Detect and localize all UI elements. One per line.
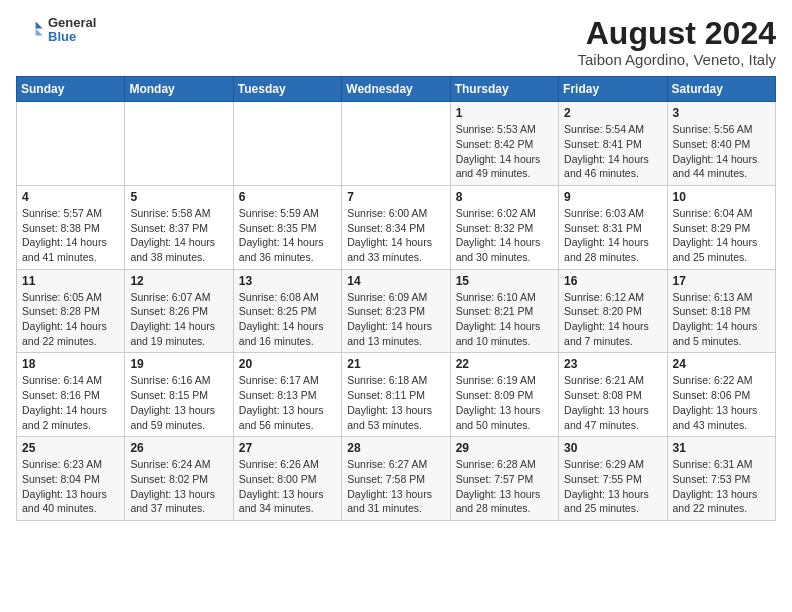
day-number: 18: [22, 357, 119, 371]
day-info: Sunrise: 6:04 AM Sunset: 8:29 PM Dayligh…: [673, 206, 770, 265]
header-cell-saturday: Saturday: [667, 77, 775, 102]
day-info: Sunrise: 6:08 AM Sunset: 8:25 PM Dayligh…: [239, 290, 336, 349]
day-info: Sunrise: 6:21 AM Sunset: 8:08 PM Dayligh…: [564, 373, 661, 432]
day-cell: 29Sunrise: 6:28 AM Sunset: 7:57 PM Dayli…: [450, 437, 558, 521]
day-info: Sunrise: 6:10 AM Sunset: 8:21 PM Dayligh…: [456, 290, 553, 349]
day-info: Sunrise: 6:18 AM Sunset: 8:11 PM Dayligh…: [347, 373, 444, 432]
day-info: Sunrise: 6:12 AM Sunset: 8:20 PM Dayligh…: [564, 290, 661, 349]
logo-line1: General: [48, 16, 96, 30]
calendar-body: 1Sunrise: 5:53 AM Sunset: 8:42 PM Daylig…: [17, 102, 776, 521]
header-cell-monday: Monday: [125, 77, 233, 102]
day-cell: 26Sunrise: 6:24 AM Sunset: 8:02 PM Dayli…: [125, 437, 233, 521]
header-row: SundayMondayTuesdayWednesdayThursdayFrid…: [17, 77, 776, 102]
day-cell: [17, 102, 125, 186]
day-cell: [233, 102, 341, 186]
day-cell: 4Sunrise: 5:57 AM Sunset: 8:38 PM Daylig…: [17, 185, 125, 269]
day-info: Sunrise: 6:16 AM Sunset: 8:15 PM Dayligh…: [130, 373, 227, 432]
day-info: Sunrise: 6:23 AM Sunset: 8:04 PM Dayligh…: [22, 457, 119, 516]
day-info: Sunrise: 5:53 AM Sunset: 8:42 PM Dayligh…: [456, 122, 553, 181]
day-cell: 7Sunrise: 6:00 AM Sunset: 8:34 PM Daylig…: [342, 185, 450, 269]
day-number: 7: [347, 190, 444, 204]
week-row-5: 25Sunrise: 6:23 AM Sunset: 8:04 PM Dayli…: [17, 437, 776, 521]
day-cell: 20Sunrise: 6:17 AM Sunset: 8:13 PM Dayli…: [233, 353, 341, 437]
day-number: 4: [22, 190, 119, 204]
day-number: 31: [673, 441, 770, 455]
page-title: August 2024: [578, 16, 776, 51]
day-info: Sunrise: 6:17 AM Sunset: 8:13 PM Dayligh…: [239, 373, 336, 432]
day-info: Sunrise: 6:14 AM Sunset: 8:16 PM Dayligh…: [22, 373, 119, 432]
day-cell: 11Sunrise: 6:05 AM Sunset: 8:28 PM Dayli…: [17, 269, 125, 353]
day-info: Sunrise: 6:28 AM Sunset: 7:57 PM Dayligh…: [456, 457, 553, 516]
day-cell: 13Sunrise: 6:08 AM Sunset: 8:25 PM Dayli…: [233, 269, 341, 353]
day-info: Sunrise: 5:59 AM Sunset: 8:35 PM Dayligh…: [239, 206, 336, 265]
day-cell: 19Sunrise: 6:16 AM Sunset: 8:15 PM Dayli…: [125, 353, 233, 437]
day-number: 23: [564, 357, 661, 371]
day-number: 16: [564, 274, 661, 288]
day-info: Sunrise: 6:13 AM Sunset: 8:18 PM Dayligh…: [673, 290, 770, 349]
day-number: 25: [22, 441, 119, 455]
svg-rect-0: [16, 16, 44, 44]
week-row-3: 11Sunrise: 6:05 AM Sunset: 8:28 PM Dayli…: [17, 269, 776, 353]
day-cell: 6Sunrise: 5:59 AM Sunset: 8:35 PM Daylig…: [233, 185, 341, 269]
day-number: 11: [22, 274, 119, 288]
header-cell-tuesday: Tuesday: [233, 77, 341, 102]
day-number: 6: [239, 190, 336, 204]
day-cell: 2Sunrise: 5:54 AM Sunset: 8:41 PM Daylig…: [559, 102, 667, 186]
day-number: 3: [673, 106, 770, 120]
day-info: Sunrise: 5:54 AM Sunset: 8:41 PM Dayligh…: [564, 122, 661, 181]
day-cell: 23Sunrise: 6:21 AM Sunset: 8:08 PM Dayli…: [559, 353, 667, 437]
day-number: 29: [456, 441, 553, 455]
week-row-4: 18Sunrise: 6:14 AM Sunset: 8:16 PM Dayli…: [17, 353, 776, 437]
day-cell: 8Sunrise: 6:02 AM Sunset: 8:32 PM Daylig…: [450, 185, 558, 269]
logo-icon: [16, 16, 44, 44]
day-info: Sunrise: 6:02 AM Sunset: 8:32 PM Dayligh…: [456, 206, 553, 265]
day-number: 13: [239, 274, 336, 288]
page-header: General Blue August 2024 Taibon Agordino…: [16, 16, 776, 68]
day-number: 5: [130, 190, 227, 204]
day-cell: 1Sunrise: 5:53 AM Sunset: 8:42 PM Daylig…: [450, 102, 558, 186]
day-number: 28: [347, 441, 444, 455]
day-number: 27: [239, 441, 336, 455]
header-cell-friday: Friday: [559, 77, 667, 102]
day-cell: 31Sunrise: 6:31 AM Sunset: 7:53 PM Dayli…: [667, 437, 775, 521]
day-cell: 27Sunrise: 6:26 AM Sunset: 8:00 PM Dayli…: [233, 437, 341, 521]
day-info: Sunrise: 6:27 AM Sunset: 7:58 PM Dayligh…: [347, 457, 444, 516]
day-number: 9: [564, 190, 661, 204]
day-cell: 24Sunrise: 6:22 AM Sunset: 8:06 PM Dayli…: [667, 353, 775, 437]
day-number: 24: [673, 357, 770, 371]
day-cell: 22Sunrise: 6:19 AM Sunset: 8:09 PM Dayli…: [450, 353, 558, 437]
day-info: Sunrise: 5:56 AM Sunset: 8:40 PM Dayligh…: [673, 122, 770, 181]
day-cell: 15Sunrise: 6:10 AM Sunset: 8:21 PM Dayli…: [450, 269, 558, 353]
day-number: 10: [673, 190, 770, 204]
day-number: 19: [130, 357, 227, 371]
day-cell: 18Sunrise: 6:14 AM Sunset: 8:16 PM Dayli…: [17, 353, 125, 437]
week-row-1: 1Sunrise: 5:53 AM Sunset: 8:42 PM Daylig…: [17, 102, 776, 186]
day-info: Sunrise: 5:57 AM Sunset: 8:38 PM Dayligh…: [22, 206, 119, 265]
day-info: Sunrise: 6:22 AM Sunset: 8:06 PM Dayligh…: [673, 373, 770, 432]
page-subtitle: Taibon Agordino, Veneto, Italy: [578, 51, 776, 68]
header-cell-sunday: Sunday: [17, 77, 125, 102]
day-number: 1: [456, 106, 553, 120]
day-info: Sunrise: 6:05 AM Sunset: 8:28 PM Dayligh…: [22, 290, 119, 349]
day-number: 22: [456, 357, 553, 371]
day-number: 21: [347, 357, 444, 371]
day-number: 2: [564, 106, 661, 120]
day-number: 14: [347, 274, 444, 288]
logo-line2: Blue: [48, 30, 96, 44]
day-info: Sunrise: 6:00 AM Sunset: 8:34 PM Dayligh…: [347, 206, 444, 265]
day-cell: 16Sunrise: 6:12 AM Sunset: 8:20 PM Dayli…: [559, 269, 667, 353]
day-info: Sunrise: 6:19 AM Sunset: 8:09 PM Dayligh…: [456, 373, 553, 432]
day-cell: 14Sunrise: 6:09 AM Sunset: 8:23 PM Dayli…: [342, 269, 450, 353]
day-info: Sunrise: 5:58 AM Sunset: 8:37 PM Dayligh…: [130, 206, 227, 265]
day-info: Sunrise: 6:24 AM Sunset: 8:02 PM Dayligh…: [130, 457, 227, 516]
calendar-table: SundayMondayTuesdayWednesdayThursdayFrid…: [16, 76, 776, 521]
day-cell: 12Sunrise: 6:07 AM Sunset: 8:26 PM Dayli…: [125, 269, 233, 353]
day-info: Sunrise: 6:03 AM Sunset: 8:31 PM Dayligh…: [564, 206, 661, 265]
day-cell: 21Sunrise: 6:18 AM Sunset: 8:11 PM Dayli…: [342, 353, 450, 437]
day-number: 15: [456, 274, 553, 288]
day-info: Sunrise: 6:31 AM Sunset: 7:53 PM Dayligh…: [673, 457, 770, 516]
day-cell: [125, 102, 233, 186]
day-cell: 17Sunrise: 6:13 AM Sunset: 8:18 PM Dayli…: [667, 269, 775, 353]
day-cell: 10Sunrise: 6:04 AM Sunset: 8:29 PM Dayli…: [667, 185, 775, 269]
day-number: 30: [564, 441, 661, 455]
